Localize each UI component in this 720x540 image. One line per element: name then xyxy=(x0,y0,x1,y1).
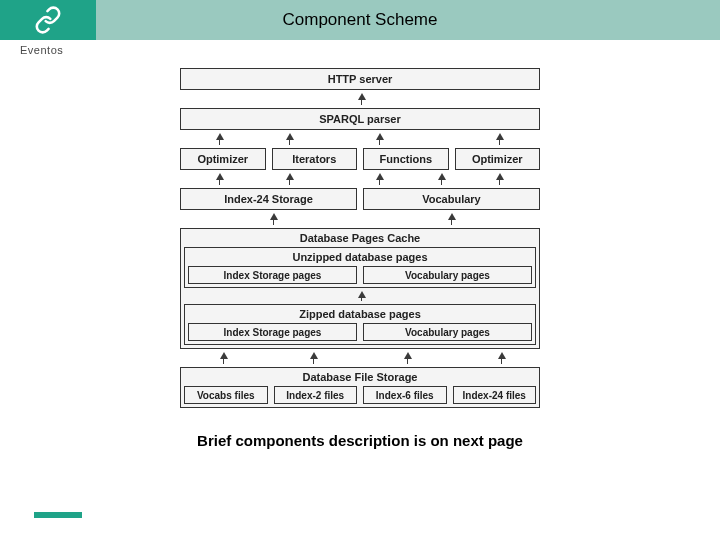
box-index24-storage: Index-24 Storage xyxy=(180,188,357,210)
footer-note: Brief components description is on next … xyxy=(197,432,523,449)
group-db-pages-cache: Database Pages Cache Unzipped database p… xyxy=(180,228,540,349)
component-scheme-diagram: HTTP server SPARQL parser Optimizer Iter… xyxy=(180,68,540,408)
group-zipped-pages: Zipped database pages Index Storage page… xyxy=(184,304,536,345)
box-functions: Functions xyxy=(363,148,449,170)
slide-title: Component Scheme xyxy=(96,10,720,30)
box-index-storage-pages: Index Storage pages xyxy=(188,266,357,284)
group-title: Database File Storage xyxy=(303,371,418,383)
brand-accent-bar xyxy=(34,512,82,518)
box-index-6-files: Index-6 files xyxy=(363,386,447,404)
group-title: Database Pages Cache xyxy=(300,232,420,244)
box-optimizer-left: Optimizer xyxy=(180,148,266,170)
box-optimizer-right: Optimizer xyxy=(455,148,541,170)
box-vocabulary-pages: Vocabulary pages xyxy=(363,266,532,284)
diagram-area: HTTP server SPARQL parser Optimizer Iter… xyxy=(0,40,720,449)
link-icon xyxy=(34,6,62,34)
box-vocabulary-pages-z: Vocabulary pages xyxy=(363,323,532,341)
arrow-row xyxy=(180,133,540,145)
group-title: Zipped database pages xyxy=(299,308,421,320)
box-vocabs-files: Vocabs files xyxy=(184,386,268,404)
tier-processors: Optimizer Iterators Functions Optimizer xyxy=(180,148,540,170)
tier-http-server: HTTP server xyxy=(180,68,540,90)
group-title: Unzipped database pages xyxy=(292,251,427,263)
tier-storage: Index-24 Storage Vocabulary xyxy=(180,188,540,210)
arrow-row xyxy=(180,352,540,364)
box-iterators: Iterators xyxy=(272,148,358,170)
arrow-row xyxy=(180,291,540,301)
group-unzipped-pages: Unzipped database pages Index Storage pa… xyxy=(184,247,536,288)
brand-label: Eventos xyxy=(20,44,63,56)
box-index-2-files: Index-2 files xyxy=(274,386,358,404)
arrow-row xyxy=(180,93,540,105)
box-index-storage-pages-z: Index Storage pages xyxy=(188,323,357,341)
box-index-24-files: Index-24 files xyxy=(453,386,537,404)
box-vocabulary: Vocabulary xyxy=(363,188,540,210)
group-db-file-storage: Database File Storage Vocabs files Index… xyxy=(180,367,540,408)
arrow-row xyxy=(180,213,540,225)
slide-header: Component Scheme xyxy=(0,0,720,40)
arrow-row xyxy=(180,173,540,185)
brand-logo xyxy=(0,0,96,40)
tier-sparql-parser: SPARQL parser xyxy=(180,108,540,130)
